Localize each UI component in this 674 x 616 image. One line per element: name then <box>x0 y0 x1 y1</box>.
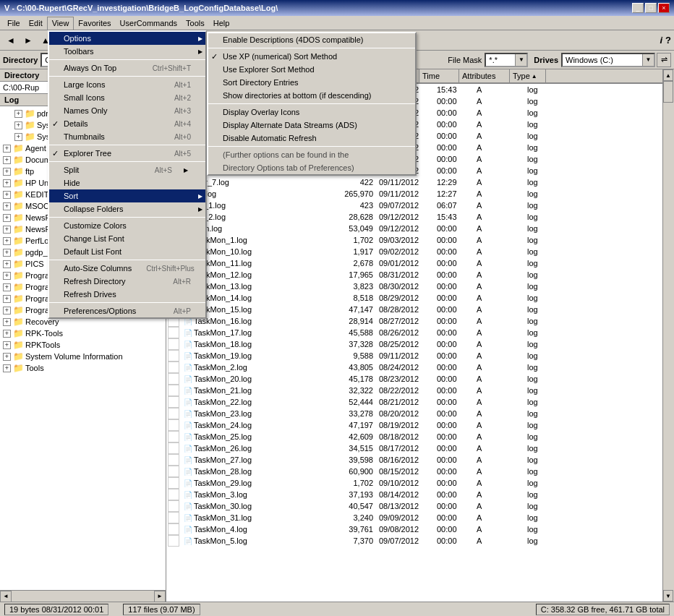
tree-expand-12[interactable]: + <box>3 249 11 257</box>
file-row-22[interactable]: 📄TaskMon_18.log37,32808/25/201200:00Alog <box>166 338 662 350</box>
menu-view-details[interactable]: ✓ Details Alt+4 <box>49 117 205 130</box>
opt-overlayicons[interactable]: Display Overlay Icons <box>208 106 415 119</box>
file-row-15[interactable]: 📄TaskMon_11.log2,67809/01/201200:00Alog <box>166 257 662 269</box>
file-row-34[interactable]: 📄TaskMon_29.log1,70209/10/201200:00Alog <box>166 477 662 489</box>
file-checkbox-38[interactable] <box>168 523 179 535</box>
menu-view-refreshdirectory[interactable]: Refresh Directory Alt+R <box>49 275 205 288</box>
file-checkbox-39[interactable] <box>168 535 179 547</box>
file-row-25[interactable]: 📄TaskMon_20.log45,17808/23/201200:00Alog <box>166 373 662 385</box>
opt-showdirbottom[interactable]: Show directories at bottom (if descendin… <box>208 89 415 102</box>
menu-view-namesonly[interactable]: Names Only Alt+3 <box>49 104 205 117</box>
file-checkbox-26[interactable] <box>168 385 179 396</box>
menu-view-changelistfont[interactable]: Change List Font <box>49 232 205 245</box>
menu-view-smallicons[interactable]: Small Icons Alt+2 <box>49 91 205 104</box>
file-checkbox-36[interactable] <box>168 500 179 512</box>
tree-expand-10[interactable]: + <box>3 226 11 234</box>
opt-altdatastreams[interactable]: Display Alternate Data Streams (ADS) <box>208 119 415 132</box>
menu-view-customizecolors[interactable]: Customize Colors <box>49 219 205 232</box>
drives-combo[interactable]: Windows (C:) ▼ <box>561 53 655 67</box>
tree-expand-2[interactable]: + <box>14 133 22 141</box>
opt-useexplorer[interactable]: Use Explorer Sort Method <box>208 63 415 76</box>
vscroll-up[interactable]: ▲ <box>663 69 673 81</box>
tree-expand-13[interactable]: + <box>3 260 11 268</box>
file-row-39[interactable]: 📄TaskMon_5.log7,37009/07/201200:00Alog <box>166 535 662 547</box>
menu-view-collapsefolders[interactable]: Collapse Folders ▶ <box>49 202 205 215</box>
file-row-23[interactable]: 📄TaskMon_19.log9,58809/11/201200:00Alog <box>166 350 662 362</box>
sidebar-tree-item-19[interactable]: +📁RPK-Tools <box>0 328 166 339</box>
file-row-17[interactable]: 📄TaskMon_13.log3,82308/30/201200:00Alog <box>166 281 662 292</box>
forward-button[interactable]: ► <box>20 33 36 48</box>
file-checkbox-29[interactable] <box>168 419 179 431</box>
menu-view-sort[interactable]: Sort ▶ <box>49 189 205 202</box>
file-row-38[interactable]: 📄TaskMon_4.log39,76109/08/201200:00Alog <box>166 523 662 535</box>
tree-expand-17[interactable]: + <box>3 307 11 315</box>
file-row-16[interactable]: 📄TaskMon_12.log17,96508/31/201200:00Alog <box>166 269 662 281</box>
minimize-button[interactable]: _ <box>632 3 644 13</box>
menu-view-options[interactable]: Options ▶ <box>49 32 205 45</box>
filemask-combo-arrow[interactable]: ▼ <box>515 54 526 66</box>
tree-expand-6[interactable]: + <box>3 179 11 187</box>
menu-view-thumbnails[interactable]: Thumbnails Alt+0 <box>49 130 205 143</box>
tree-expand-16[interactable]: + <box>3 295 11 303</box>
menu-view-hide[interactable]: Hide <box>49 176 205 189</box>
opt-sortdirentry[interactable]: Sort Directory Entries <box>208 76 415 89</box>
opt-usexp[interactable]: ✓ Use XP (numerical) Sort Method <box>208 50 415 63</box>
file-row-31[interactable]: 📄TaskMon_26.log34,51508/17/201200:00Alog <box>166 442 662 454</box>
opt-enabledesc[interactable]: Enable Descriptions (4DOS compatible) <box>208 33 415 46</box>
tree-expand-5[interactable]: + <box>3 168 11 176</box>
tree-expand-11[interactable]: + <box>3 237 11 245</box>
file-row-11[interactable]: 📄ew_2.log28,62809/12/201215:43Alog <box>166 211 662 223</box>
file-checkbox-32[interactable] <box>168 454 179 466</box>
file-row-26[interactable]: 📄TaskMon_21.log32,32208/22/201200:00Alog <box>166 385 662 396</box>
file-row-28[interactable]: 📄TaskMon_23.log33,27808/20/201200:00Alog <box>166 408 662 419</box>
file-row-18[interactable]: 📄TaskMon_14.log8,51808/29/201200:00Alog <box>166 292 662 304</box>
file-row-21[interactable]: 📄TaskMon_17.log45,58808/26/201200:00Alog <box>166 327 662 338</box>
menu-file[interactable]: File <box>3 17 25 29</box>
vscrollbar[interactable]: ▲ ▼ <box>662 69 674 602</box>
tree-expand-18[interactable]: + <box>3 318 11 326</box>
menu-view-largeicons[interactable]: Large Icons Alt+1 <box>49 78 205 91</box>
menu-view-autosizecolumns[interactable]: Auto-Size Columns Ctrl+Shift+Plus <box>49 262 205 275</box>
col-header-time[interactable]: Time <box>419 69 459 82</box>
tree-expand-1[interactable]: + <box>14 121 22 129</box>
file-row-10[interactable]: 📄ew_1.log42309/07/201206:07Alog <box>166 200 662 211</box>
file-checkbox-25[interactable] <box>168 373 179 385</box>
help-icon[interactable]: ? <box>665 35 671 46</box>
hscroll-right[interactable]: ► <box>154 591 166 602</box>
file-checkbox-35[interactable] <box>168 489 179 500</box>
col-header-type[interactable]: Type ▲ <box>510 69 546 82</box>
file-checkbox-33[interactable] <box>168 466 179 477</box>
file-checkbox-31[interactable] <box>168 442 179 454</box>
menu-edit[interactable]: Edit <box>25 17 47 29</box>
opt-disablerefresh[interactable]: Disable Automatic Refresh <box>208 132 415 145</box>
menu-view[interactable]: View <box>47 17 74 30</box>
menu-favorites[interactable]: Favorites <box>74 17 115 29</box>
sidebar-tree-item-21[interactable]: +📁System Volume Information <box>0 351 166 362</box>
drives-refresh-button[interactable]: ⇌ <box>657 53 671 67</box>
tree-expand-22[interactable]: + <box>3 364 11 372</box>
file-row-13[interactable]: 📄TaskMon_1.log1,70209/03/201200:00Alog <box>166 234 662 246</box>
tree-expand-0[interactable]: + <box>14 110 22 118</box>
sidebar-hscroll[interactable]: ◄ ► <box>0 590 166 602</box>
menu-view-alwaysontop[interactable]: Always On Top Ctrl+Shift+T <box>49 61 205 74</box>
maximize-button[interactable]: □ <box>645 3 657 13</box>
tree-expand-15[interactable]: + <box>3 283 11 291</box>
menu-view-refreshdrives[interactable]: Refresh Drives <box>49 288 205 301</box>
hscroll-left[interactable]: ◄ <box>0 591 12 602</box>
file-row-14[interactable]: 📄TaskMon_10.log1,91709/02/201200:00Alog <box>166 246 662 257</box>
vscroll-thumb[interactable] <box>663 81 673 103</box>
file-row-19[interactable]: 📄TaskMon_15.log47,14708/28/201200:00Alog <box>166 304 662 315</box>
menu-help[interactable]: Help <box>209 17 234 29</box>
tree-expand-7[interactable]: + <box>3 191 11 199</box>
tree-expand-8[interactable]: + <box>3 202 11 210</box>
col-header-attributes[interactable]: Attributes <box>459 69 510 82</box>
file-checkbox-22[interactable] <box>168 338 179 350</box>
tree-expand-9[interactable]: + <box>3 214 11 222</box>
menu-usercommands[interactable]: UserCommands <box>116 17 182 29</box>
file-row-32[interactable]: 📄TaskMon_27.log39,59808/16/201200:00Alog <box>166 454 662 466</box>
sidebar-tree-item-22[interactable]: +📁Tools <box>0 362 166 374</box>
file-row-12[interactable]: 📄mon.log53,04909/12/201200:00Alog <box>166 223 662 234</box>
info-icon[interactable]: i <box>660 35 662 46</box>
tree-expand-14[interactable]: + <box>3 272 11 280</box>
tree-expand-4[interactable]: + <box>3 156 11 164</box>
